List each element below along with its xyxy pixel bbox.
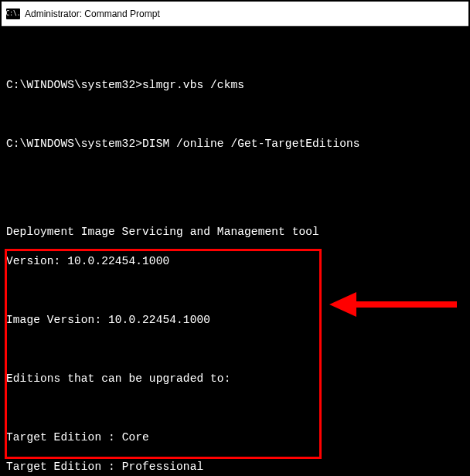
- command-line-1: C:\WINDOWS\system32>slmgr.vbs /ckms: [6, 78, 464, 93]
- target-label: Target Edition :: [6, 431, 122, 444]
- editions-heading: Editions that can be upgraded to:: [6, 372, 464, 386]
- cmd-icon: C:\.: [6, 8, 20, 19]
- image-version-line: Image Version: 10.0.22454.1000: [6, 313, 464, 328]
- edition-row: Target Edition : Core: [6, 430, 464, 445]
- command-line-2: C:\WINDOWS\system32>DISM /online /Get-Ta…: [6, 137, 464, 151]
- edition-value: Professional: [122, 461, 204, 473]
- version-line: Version: 10.0.22454.1000: [6, 254, 464, 269]
- blank-line: [6, 166, 464, 181]
- blank-line: [6, 401, 464, 416]
- titlebar: C:\. Administrator: Command Prompt: [2, 2, 468, 26]
- command-text-1: slmgr.vbs /ckms: [142, 79, 244, 91]
- window-title: Administrator: Command Prompt: [25, 8, 160, 19]
- edition-row: Target Edition : Professional: [6, 460, 464, 474]
- tool-header: Deployment Image Servicing and Managemen…: [6, 225, 464, 240]
- blank-line: [6, 284, 464, 298]
- prompt: C:\WINDOWS\system32>: [6, 138, 142, 150]
- command-text-2: DISM /online /Get-TargetEditions: [142, 138, 360, 150]
- edition-value: Core: [122, 431, 149, 444]
- blank-line: [6, 342, 464, 357]
- blank-line: [6, 196, 464, 210]
- blank-line: [6, 49, 464, 63]
- blank-line: [6, 107, 464, 122]
- target-label: Target Edition :: [6, 461, 122, 473]
- prompt: C:\WINDOWS\system32>: [6, 79, 142, 91]
- cmd-icon-text: C:\.: [5, 11, 20, 17]
- console-area[interactable]: C:\WINDOWS\system32>slmgr.vbs /ckms C:\W…: [2, 26, 468, 474]
